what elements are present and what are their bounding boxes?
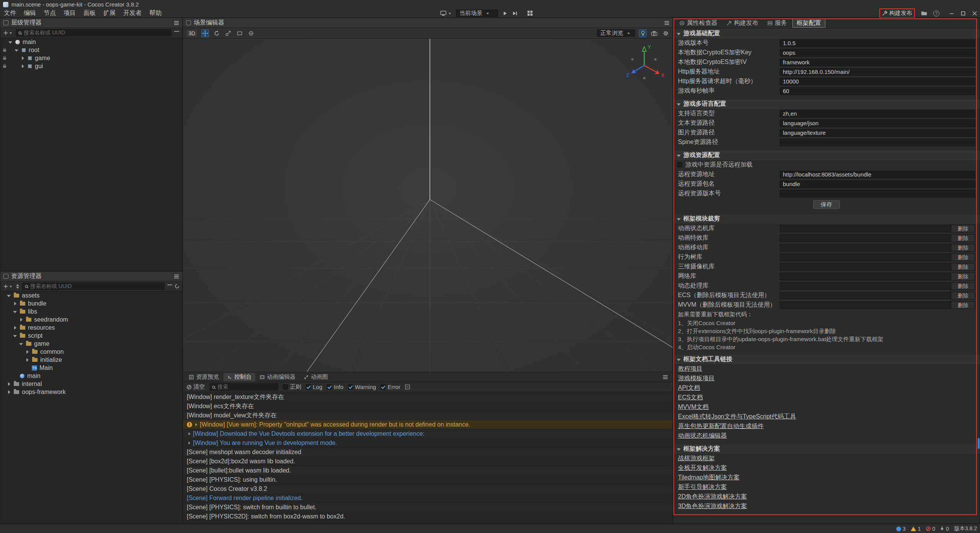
asset-item-script[interactable]: script (0, 332, 182, 340)
delete-button[interactable]: 删除 (951, 302, 975, 309)
lock-icon[interactable] (3, 49, 6, 52)
refresh-icon[interactable] (174, 283, 180, 289)
doc-link-tutorial[interactable]: 教程项目 (678, 365, 702, 373)
expand-caret[interactable] (25, 358, 29, 362)
download-count-badge[interactable]: 0 (941, 526, 949, 532)
frame-rate-input[interactable]: 60 (780, 87, 975, 95)
panel-menu-icon[interactable] (174, 21, 179, 25)
preview-target-icon[interactable] (440, 11, 452, 16)
collapse-caret[interactable] (13, 334, 17, 338)
crypto-iv-input[interactable]: framework (780, 59, 975, 66)
language-types-input[interactable]: zh,en (780, 110, 975, 118)
version-input[interactable]: 1.0.5 (780, 39, 975, 47)
lock-icon[interactable] (3, 65, 6, 68)
hierarchy-node-gui[interactable]: gui (0, 62, 182, 70)
console-log-row[interactable]: [Scene] [box2d]:box2d wasm lib loaded. (183, 457, 673, 466)
texture-path-input[interactable]: language/texture (780, 129, 975, 137)
doc-link-mvvm[interactable]: MVVM文档 (678, 403, 709, 411)
filter-warning-checkbox[interactable]: Warning (348, 384, 376, 390)
expand-caret[interactable] (7, 390, 11, 394)
menu-node[interactable]: 节点 (40, 9, 60, 17)
asset-item-assets[interactable]: assets (0, 291, 182, 299)
hierarchy-node-main[interactable]: main (0, 38, 182, 46)
scrollbar-thumb[interactable] (978, 438, 980, 449)
collapse-caret[interactable] (8, 40, 13, 44)
tab-animation-editor[interactable]: 动画编辑器 (256, 373, 299, 381)
console-log-row[interactable]: [Scene] [PHYSICS]: using builtin. (183, 475, 673, 484)
tab-service[interactable]: 服务 (764, 19, 791, 28)
console-log-row[interactable]: [Window] render_texture文件夹存在 (183, 392, 673, 402)
delete-button[interactable]: 删除 (951, 225, 975, 232)
scene-select[interactable]: 当前场景 (456, 10, 498, 17)
clear-console-button[interactable]: 清空 (187, 383, 205, 391)
console-log-row[interactable]: [Window] You are running Vue in developm… (183, 438, 673, 448)
menu-developer[interactable]: 开发者 (119, 9, 145, 17)
doc-link-api[interactable]: API文档 (678, 384, 700, 392)
warning-count-badge[interactable]: 1 (911, 526, 921, 532)
section-doc-links[interactable]: 框架文档工具链接 (673, 354, 980, 364)
doc-link-excel-tool[interactable]: Excel格式转Json文件与TypeScript代码工具 (678, 413, 796, 421)
regex-checkbox[interactable]: 正则 (283, 383, 301, 391)
delete-button[interactable]: 删除 (951, 244, 975, 251)
pivot-tool-icon[interactable] (247, 29, 255, 37)
expand-caret[interactable] (13, 325, 17, 330)
remote-url-input[interactable]: http://localhost:8083/assets/bundle (780, 171, 975, 178)
http-server-input[interactable]: http://192.168.0.150/main/ (780, 68, 975, 76)
http-timeout-input[interactable]: 10000 (780, 78, 975, 85)
asset-item-resources[interactable]: resources (0, 324, 182, 332)
collapse-caret[interactable] (7, 293, 11, 298)
asset-item-libs[interactable]: libs (0, 307, 182, 316)
build-publish-button[interactable]: 构建发布 (879, 8, 915, 18)
step-button[interactable] (512, 10, 518, 16)
filter-log-checkbox[interactable]: Log (306, 384, 322, 390)
view-mode-select[interactable]: 正常浏览 (597, 29, 635, 37)
collapse-caret[interactable] (19, 342, 23, 346)
expand-caret[interactable] (19, 317, 23, 322)
play-button[interactable] (502, 10, 508, 16)
panel-menu-icon[interactable] (664, 21, 670, 25)
solution-link-fullstack[interactable]: 全栈开发解决方案 (678, 464, 727, 472)
collapse-caret[interactable] (13, 309, 17, 314)
filter-icon[interactable] (167, 284, 172, 288)
tab-asset-preview[interactable]: 资源预览 (185, 373, 223, 381)
doc-link-ecs[interactable]: ECS文档 (678, 394, 703, 402)
remote-bundle-input[interactable]: bundle (780, 180, 975, 188)
move-tool-icon[interactable] (201, 29, 209, 37)
delete-button[interactable]: 删除 (951, 273, 975, 280)
help-icon[interactable]: ? (933, 10, 939, 16)
console-warning-row[interactable]: [Window] [Vue warn]: Property "onInput" … (183, 420, 673, 429)
light-toggle-icon[interactable] (639, 29, 647, 37)
section-solutions[interactable]: 框架解决方案 (673, 444, 980, 454)
asset-item-bundle[interactable]: bundle (0, 299, 182, 307)
mode-3d-button[interactable]: 3D (186, 29, 198, 37)
expand-caret[interactable] (7, 382, 11, 386)
solution-link-2drpg[interactable]: 2D角色扮演游戏解决方案 (678, 493, 747, 501)
expand-caret[interactable] (187, 441, 191, 445)
create-asset-button[interactable] (3, 284, 8, 289)
asset-item-internal[interactable]: internal (0, 380, 182, 388)
create-node-button[interactable] (3, 31, 8, 35)
text-path-input[interactable]: language/json (780, 119, 975, 127)
doc-link-hotupdate-plugin[interactable]: 原生包热更新配置自动生成插件 (678, 422, 764, 430)
section-basic-config[interactable]: 游戏基础配置 (673, 28, 980, 38)
menu-panel[interactable]: 面板 (80, 9, 100, 17)
delete-button[interactable]: 删除 (951, 254, 975, 261)
console-log-row[interactable]: [Scene] [PHYSICS2D]: switch from box2d-w… (183, 512, 673, 521)
doc-link-template[interactable]: 游戏模板项目 (678, 374, 715, 383)
tab-build-publish[interactable]: 构建发布 (723, 19, 762, 28)
filter-error-checkbox[interactable]: Error (381, 384, 400, 390)
error-count-badge[interactable]: 0 (926, 526, 935, 532)
sort-icon[interactable] (16, 284, 20, 289)
solution-link-chess[interactable]: 战棋游戏框架 (678, 455, 715, 463)
maximize-button[interactable] (961, 11, 965, 16)
filter-info-checkbox[interactable]: Info (327, 384, 343, 390)
menu-edit[interactable]: 编辑 (20, 9, 40, 17)
collapse-caret[interactable] (14, 48, 19, 52)
delete-button[interactable]: 删除 (951, 283, 975, 289)
minimize-button[interactable] (949, 11, 954, 16)
delete-button[interactable]: 删除 (951, 263, 975, 270)
filter-icon[interactable] (174, 31, 179, 35)
console-log-row[interactable]: [Scene] [bullet]:bullet wasm lib loaded. (183, 466, 673, 475)
console-log-row[interactable]: [Window] Download the Vue Devtools exten… (183, 429, 673, 438)
menu-extension[interactable]: 扩展 (100, 9, 119, 17)
